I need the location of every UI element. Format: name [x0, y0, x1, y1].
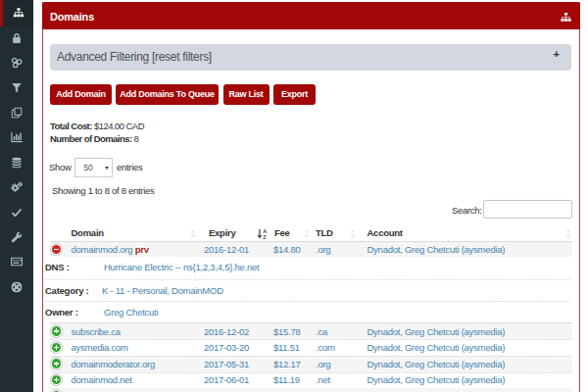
svg-text:Z: Z	[263, 234, 267, 239]
